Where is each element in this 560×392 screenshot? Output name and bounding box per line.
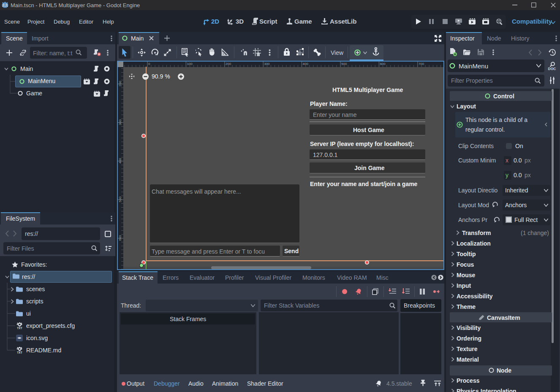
svg-text:TXT: TXT xyxy=(17,327,22,329)
svg-text:300: 300 xyxy=(118,119,122,125)
svg-text:400: 400 xyxy=(303,62,309,66)
svg-text:600: 600 xyxy=(118,235,122,241)
svg-text:DOC: DOC xyxy=(548,67,556,71)
svg-text:300: 300 xyxy=(264,62,270,66)
svg-text:0: 0 xyxy=(148,62,150,66)
svg-text:400: 400 xyxy=(118,158,122,164)
svg-text:200: 200 xyxy=(226,62,231,66)
svg-text:700: 700 xyxy=(419,62,424,66)
svg-text:200: 200 xyxy=(118,81,122,87)
svg-text:600: 600 xyxy=(380,62,386,66)
svg-text:TXT: TXT xyxy=(17,351,22,354)
svg-text:500: 500 xyxy=(118,196,122,202)
svg-text:500: 500 xyxy=(341,62,347,66)
svg-text:100: 100 xyxy=(187,62,193,66)
